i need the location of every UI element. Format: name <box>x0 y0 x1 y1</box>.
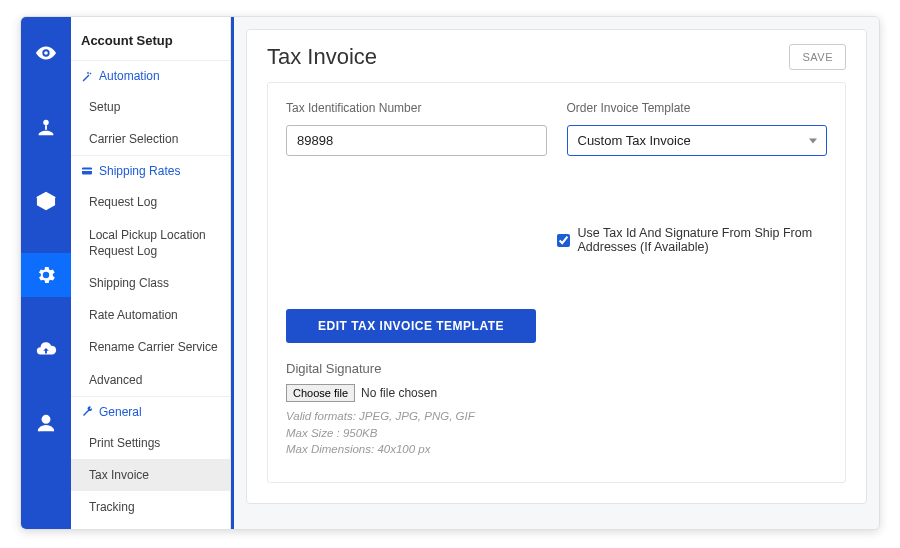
sidebar-item-tracking[interactable]: Tracking <box>71 491 230 523</box>
template-select-value: Custom Tax Invoice <box>567 125 828 156</box>
svg-rect-4 <box>82 170 92 172</box>
card-icon <box>81 165 93 177</box>
template-select[interactable]: Custom Tax Invoice <box>567 125 828 156</box>
digital-signature-label: Digital Signature <box>286 361 827 376</box>
svg-point-0 <box>43 120 49 126</box>
svg-rect-1 <box>45 125 47 130</box>
section-head-shipping-rates[interactable]: Shipping Rates <box>71 155 230 186</box>
sidebar-item-email[interactable]: Email <box>71 523 230 529</box>
form-row: Tax Identification Number Order Invoice … <box>286 101 827 156</box>
card-header: Tax Invoice SAVE <box>267 44 846 70</box>
sidebar-item-carrier-selection[interactable]: Carrier Selection <box>71 123 230 155</box>
sidebar-title: Account Setup <box>71 17 230 60</box>
field-tax-id: Tax Identification Number <box>286 101 547 156</box>
file-hints: Valid formats: JPEG, JPG, PNG, GIF Max S… <box>286 408 827 458</box>
edit-template-button[interactable]: EDIT TAX INVOICE TEMPLATE <box>286 309 536 343</box>
rail-user-icon[interactable] <box>21 401 71 445</box>
sidebar-item-local-pickup-log[interactable]: Local Pickup Location Request Log <box>71 219 230 267</box>
svg-point-2 <box>42 416 49 423</box>
sidebar-item-advanced[interactable]: Advanced <box>71 364 230 396</box>
section-head-automation[interactable]: Automation <box>71 60 230 91</box>
rail-gear-icon[interactable] <box>21 253 71 297</box>
section-label: General <box>99 405 142 419</box>
sidebar-item-rate-automation[interactable]: Rate Automation <box>71 299 230 331</box>
sidebar: Account Setup Automation Setup Carrier S… <box>71 17 231 529</box>
section-head-general[interactable]: General <box>71 396 230 427</box>
icon-rail <box>21 17 71 529</box>
file-row: Choose file No file chosen <box>286 384 827 402</box>
card: Tax Invoice SAVE Tax Identification Numb… <box>246 29 867 504</box>
use-ship-from-label: Use Tax Id And Signature From Ship From … <box>578 226 828 254</box>
section-label: Automation <box>99 69 160 83</box>
wand-icon <box>81 70 93 82</box>
sidebar-item-rename-carrier[interactable]: Rename Carrier Service <box>71 331 230 363</box>
use-ship-from-row: Use Tax Id And Signature From Ship From … <box>286 226 827 254</box>
tax-id-label: Tax Identification Number <box>286 101 547 115</box>
field-invoice-template: Order Invoice Template Custom Tax Invoic… <box>567 101 828 156</box>
wrench-icon <box>81 406 93 418</box>
file-status: No file chosen <box>361 386 437 400</box>
sidebar-item-setup[interactable]: Setup <box>71 91 230 123</box>
app-frame: Account Setup Automation Setup Carrier S… <box>20 16 880 530</box>
card-body: Tax Identification Number Order Invoice … <box>267 82 846 483</box>
sidebar-item-tax-invoice[interactable]: Tax Invoice <box>71 459 230 491</box>
save-button[interactable]: SAVE <box>789 44 846 70</box>
section-label: Shipping Rates <box>99 164 180 178</box>
hint-formats: Valid formats: JPEG, JPG, PNG, GIF <box>286 408 827 425</box>
template-label: Order Invoice Template <box>567 101 828 115</box>
page-title: Tax Invoice <box>267 44 377 70</box>
rail-joystick-icon[interactable] <box>21 105 71 149</box>
rail-cloud-upload-icon[interactable] <box>21 327 71 371</box>
sidebar-item-print-settings[interactable]: Print Settings <box>71 427 230 459</box>
sidebar-item-shipping-class[interactable]: Shipping Class <box>71 267 230 299</box>
main-content: Tax Invoice SAVE Tax Identification Numb… <box>231 17 879 529</box>
choose-file-button[interactable]: Choose file <box>286 384 355 402</box>
sidebar-item-request-log[interactable]: Request Log <box>71 186 230 218</box>
rail-box-icon[interactable] <box>21 179 71 223</box>
hint-dimensions: Max Dimensions: 40x100 px <box>286 441 827 458</box>
use-ship-from-checkbox[interactable] <box>557 233 570 248</box>
chevron-down-icon <box>809 138 817 143</box>
rail-eye-icon[interactable] <box>21 31 71 75</box>
hint-size: Max Size : 950KB <box>286 425 827 442</box>
tax-id-input[interactable] <box>286 125 547 156</box>
